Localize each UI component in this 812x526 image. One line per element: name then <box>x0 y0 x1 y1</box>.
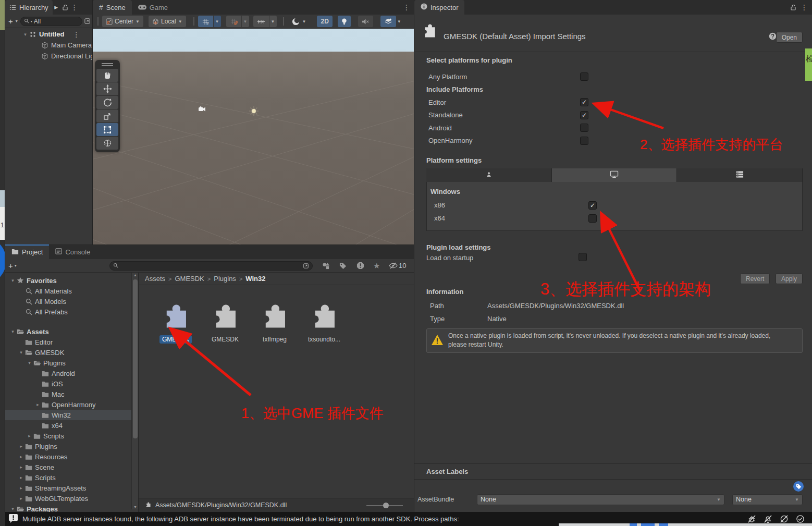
label-tag-button[interactable] <box>793 481 804 492</box>
file-item[interactable]: GMESDK <box>152 300 200 345</box>
tree-item-scripts[interactable]: ▸Scripts <box>5 472 131 483</box>
panel-menu-icon[interactable]: ⋮ <box>403 4 410 11</box>
breadcrumb-item[interactable]: Plugins <box>214 275 236 283</box>
tree-item-assets[interactable]: ▾Assets <box>5 326 131 337</box>
tree-item-win32[interactable]: Win32 <box>5 410 131 420</box>
architecture-checkbox[interactable] <box>588 214 597 223</box>
create-button[interactable]: + <box>8 261 13 270</box>
tab-inspector[interactable]: Inspector <box>414 0 464 15</box>
tree-item-packages[interactable]: ▾Packages <box>5 504 131 512</box>
help-icon[interactable] <box>769 32 777 40</box>
search-importance-icon[interactable] <box>356 262 364 270</box>
favorites-star-icon[interactable]: ★ <box>373 261 380 271</box>
platform-checkbox[interactable] <box>580 72 588 81</box>
assetbundle-dropdown[interactable]: None ▼ <box>477 494 724 505</box>
panel-menu-icon[interactable]: ⋮ <box>70 0 79 15</box>
platform-tab-server-platform[interactable] <box>677 168 803 182</box>
tree-item-android[interactable]: Android <box>5 368 131 378</box>
platform-checkbox[interactable]: ✓ <box>580 111 588 119</box>
open-in-new-icon[interactable] <box>303 263 309 269</box>
create-dropdown-icon[interactable]: ▾ <box>16 19 18 23</box>
tree-item-editor[interactable]: Editor <box>5 337 131 347</box>
tools-overlay[interactable] <box>95 60 120 152</box>
transform-tool-button[interactable] <box>96 137 118 150</box>
2d-mode-button[interactable]: 2D <box>317 16 332 27</box>
hierarchy-search-input[interactable] <box>34 18 79 25</box>
hidden-count[interactable]: 10 <box>389 262 406 270</box>
shading-mode-button[interactable]: ▼ <box>288 16 310 27</box>
tree-item-mac[interactable]: Mac <box>5 389 131 399</box>
effects-dropdown-icon[interactable]: ▼ <box>397 19 401 24</box>
snap-magnet-button[interactable] <box>226 16 241 27</box>
tree-item-plugins[interactable]: ▸Plugins <box>5 441 131 451</box>
foldout-open-icon[interactable]: ▾ <box>9 329 16 334</box>
architecture-checkbox[interactable]: ✓ <box>588 201 597 210</box>
lock-icon[interactable] <box>60 0 70 15</box>
panel-menu-icon[interactable]: ⋮ <box>801 4 808 11</box>
foldout-closed-icon[interactable]: ▸ <box>18 475 24 480</box>
create-dropdown-icon[interactable]: ▾ <box>15 263 17 268</box>
tree-item-webgltemplates[interactable]: ▸WebGLTemplates <box>5 493 131 504</box>
foldout-open-icon[interactable]: ▾ <box>9 506 16 511</box>
file-item[interactable]: GMESDK <box>201 300 249 345</box>
status-message[interactable]: Multiple ADB server instances found, the… <box>22 515 747 523</box>
open-button[interactable]: Open <box>776 32 803 43</box>
foldout-closed-icon[interactable]: ▸ <box>18 464 24 470</box>
scene-menu-icon[interactable]: ⋮ <box>72 31 80 38</box>
breadcrumb-item[interactable]: Assets <box>145 275 165 283</box>
tree-scrollbar[interactable]: ▲ ▼ <box>131 273 138 509</box>
increment-snap-dropdown-icon[interactable]: ▼ <box>269 16 277 27</box>
tree-item-x64[interactable]: x64 <box>5 420 131 431</box>
assetbundle-variant-dropdown[interactable]: None ▼ <box>732 494 803 505</box>
platform-checkbox[interactable] <box>580 124 588 132</box>
grid-visibility-button[interactable]: Y <box>198 16 213 27</box>
open-in-new-icon[interactable] <box>84 18 91 25</box>
pivot-mode-button[interactable]: Center ▼ <box>102 16 143 27</box>
scrollbar-thumb[interactable] <box>133 279 138 438</box>
platform-checkbox[interactable] <box>580 137 588 145</box>
foldout-closed-icon[interactable]: ▸ <box>18 444 24 449</box>
foldout-closed-icon[interactable]: ▸ <box>18 454 24 459</box>
create-button[interactable]: + <box>7 17 14 26</box>
lock-icon[interactable] <box>790 4 796 10</box>
scroll-up-icon[interactable]: ▲ <box>133 273 137 277</box>
scale-tool-button[interactable] <box>96 109 118 123</box>
dock-chevron-icon[interactable]: ▶ <box>53 0 60 15</box>
scene-lighting-button[interactable] <box>338 16 351 27</box>
tab-hierarchy[interactable]: Hierarchy <box>5 0 53 15</box>
tree-item-plugins[interactable]: ▾Plugins <box>5 358 131 368</box>
snap-dropdown-icon[interactable]: ▼ <box>242 16 249 27</box>
foldout-closed-icon[interactable]: ▸ <box>34 402 41 407</box>
directional-light-gizmo[interactable] <box>249 106 259 118</box>
tree-item-all-models[interactable]: All Models <box>5 296 131 307</box>
overlay-drag-handle[interactable] <box>102 63 113 66</box>
tree-item-scripts[interactable]: ▸Scripts <box>5 431 131 441</box>
tree-item-resources[interactable]: ▸Resources <box>5 451 131 462</box>
project-search-input[interactable] <box>120 262 301 270</box>
refresh-muted-icon[interactable] <box>780 515 789 523</box>
hierarchy-search[interactable]: ▾ <box>20 17 82 26</box>
foldout-open-icon[interactable]: ▾ <box>18 350 24 355</box>
progress-check-icon[interactable] <box>796 515 805 523</box>
search-by-type-icon[interactable] <box>322 262 330 270</box>
apply-button[interactable]: Apply <box>776 273 803 284</box>
tree-item-favorites[interactable]: ▾Favorites <box>5 275 131 286</box>
search-by-label-icon[interactable] <box>339 262 347 270</box>
foldout-open-icon[interactable]: ▾ <box>26 360 33 365</box>
project-search[interactable] <box>109 261 313 271</box>
camera-gizmo[interactable] <box>199 106 206 114</box>
hierarchy-item[interactable]: Directional Light <box>5 51 93 62</box>
foldout-open-icon[interactable]: ▾ <box>22 32 29 37</box>
tab-console[interactable]: Console <box>49 244 96 259</box>
tree-item-openharmony[interactable]: ▸OpenHarmony <box>5 399 131 410</box>
grid-dropdown-icon[interactable]: ▼ <box>214 16 221 27</box>
foldout-closed-icon[interactable]: ▸ <box>18 496 24 501</box>
tree-item-ios[interactable]: iOS <box>5 378 131 389</box>
scene-audio-button[interactable] <box>358 16 373 27</box>
move-tool-button[interactable] <box>96 82 118 95</box>
breadcrumb-item[interactable]: GMESDK <box>175 275 204 283</box>
platform-tab-windows-platform[interactable] <box>552 168 678 182</box>
tree-item-all-prefabs[interactable]: All Prefabs <box>5 307 131 317</box>
scroll-down-icon[interactable]: ▼ <box>133 505 137 509</box>
hierarchy-item-scene[interactable]: ▾ Untitled ⋮ <box>5 29 93 40</box>
